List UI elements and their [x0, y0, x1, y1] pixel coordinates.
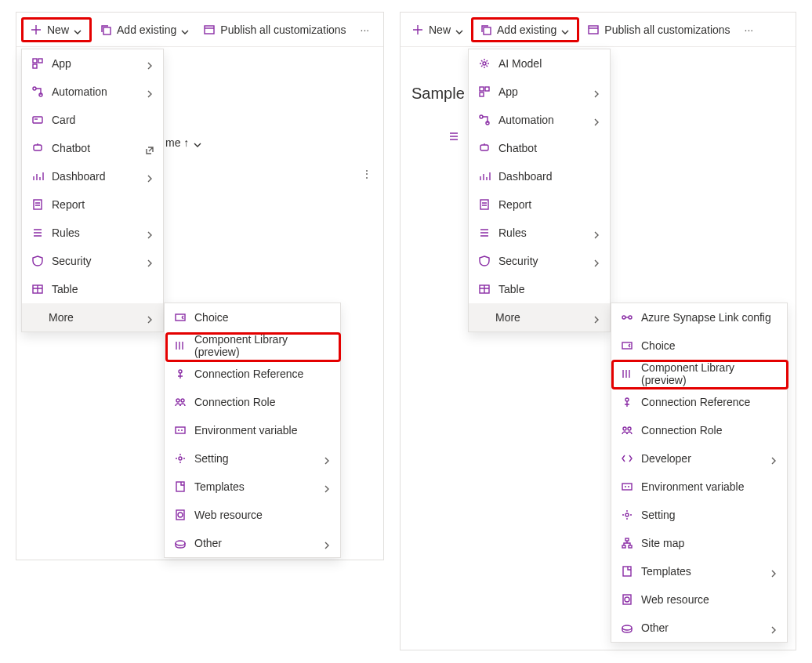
svg-rect-40 — [625, 538, 629, 541]
chevron-right-icon — [593, 257, 600, 265]
menu-item-label: Setting — [194, 452, 315, 465]
menu-item-other[interactable]: Other — [165, 529, 340, 557]
menu-item-label: Rules — [498, 226, 585, 239]
menu-item-label: Azure Synapse Link config — [641, 311, 778, 324]
menu-item-chatbot[interactable]: Chatbot — [22, 134, 163, 162]
menu-item-label: Developer — [641, 452, 762, 465]
menu-item-connref[interactable]: Connection Reference — [611, 388, 787, 416]
chevron-right-icon — [323, 539, 331, 547]
add-existing-button[interactable]: Add existing — [471, 17, 579, 42]
svg-rect-8 — [34, 145, 42, 150]
row-actions-button[interactable]: ⋮ — [361, 168, 372, 180]
svg-rect-30 — [480, 200, 488, 209]
menu-item-report[interactable]: Report — [469, 190, 610, 219]
svg-rect-38 — [622, 484, 632, 490]
setting-icon — [174, 452, 187, 465]
menu-item-more[interactable]: More — [22, 303, 163, 332]
table-icon — [478, 283, 491, 295]
right-panel: New Add existing Publish all customizati… — [400, 12, 796, 650]
menu-item-security[interactable]: Security — [469, 247, 610, 275]
add-existing-button[interactable]: Add existing — [93, 17, 195, 42]
menu-item-templates[interactable]: Templates — [165, 473, 340, 501]
plus-icon — [411, 24, 424, 36]
svg-point-19 — [178, 513, 183, 517]
menu-item-report[interactable]: Report — [22, 190, 163, 219]
menu-item-more[interactable]: More — [469, 303, 610, 332]
add-existing-icon — [480, 24, 492, 36]
publish-button[interactable]: Publish all customizations — [581, 17, 736, 42]
column-header-name[interactable]: me ↑ — [165, 136, 201, 149]
menu-item-label: Choice — [194, 311, 331, 324]
publish-button[interactable]: Publish all customizations — [197, 17, 352, 42]
publish-label: Publish all customizations — [220, 24, 346, 36]
menu-item-connrole[interactable]: Connection Role — [611, 416, 787, 444]
menu-item-label: Connection Role — [641, 424, 778, 437]
menu-item-rules[interactable]: Rules — [469, 219, 610, 247]
new-button[interactable]: New — [21, 17, 92, 42]
add-existing-menu: AI ModelAppAutomationChatbotDashboardRep… — [468, 49, 611, 332]
menu-item-label: Web resource — [641, 593, 778, 606]
new-more-submenu: ChoiceComponent Library (preview)Connect… — [164, 303, 341, 558]
menu-item-choice[interactable]: Choice — [165, 303, 340, 332]
chevron-right-icon — [593, 116, 600, 124]
svg-point-36 — [623, 427, 626, 430]
menu-item-automation[interactable]: Automation — [22, 78, 163, 106]
setting-icon — [621, 509, 633, 521]
menu-item-dashboard[interactable]: Dashboard — [22, 162, 163, 190]
menu-item-card[interactable]: Card — [22, 106, 163, 134]
svg-point-20 — [176, 541, 185, 545]
menu-item-rules[interactable]: Rules — [22, 219, 163, 247]
menu-item-label: Templates — [641, 565, 762, 578]
menu-item-developer[interactable]: Developer — [611, 444, 787, 473]
menu-item-label: Report — [498, 198, 600, 211]
menu-item-webres[interactable]: Web resource — [165, 501, 340, 529]
menu-item-table[interactable]: Table — [469, 275, 610, 303]
svg-point-32 — [622, 316, 625, 319]
svg-rect-11 — [176, 314, 185, 321]
svg-rect-42 — [629, 545, 632, 548]
overflow-button[interactable]: ··· — [354, 24, 376, 36]
add-existing-icon — [100, 24, 112, 36]
menu-item-component[interactable]: Component Library (preview) — [611, 360, 787, 388]
publish-label: Publish all customizations — [604, 24, 730, 36]
menu-item-app[interactable]: App — [469, 78, 610, 106]
sitemap-icon — [621, 537, 633, 549]
chevron-right-icon — [146, 60, 154, 67]
chevron-right-icon — [146, 172, 154, 180]
menu-item-synapse[interactable]: Azure Synapse Link config — [611, 303, 787, 332]
menu-item-choice[interactable]: Choice — [611, 332, 787, 360]
menu-item-envvar[interactable]: Environment variable — [611, 473, 787, 501]
menu-item-component[interactable]: Component Library (preview) — [165, 332, 340, 360]
menu-item-label: App — [52, 57, 138, 70]
menu-item-connref[interactable]: Connection Reference — [165, 360, 340, 388]
menu-item-table[interactable]: Table — [22, 275, 163, 303]
svg-point-37 — [628, 427, 631, 430]
command-bar: New Add existing Publish all customizati… — [16, 13, 383, 47]
menu-item-automation[interactable]: Automation — [469, 106, 610, 134]
svg-point-5 — [33, 87, 36, 90]
new-button[interactable]: New — [405, 17, 469, 42]
menu-item-aimodel[interactable]: AI Model — [469, 49, 610, 78]
menu-item-chatbot[interactable]: Chatbot — [469, 134, 610, 162]
menu-item-label: Component Library (preview) — [641, 361, 778, 386]
menu-item-setting[interactable]: Setting — [165, 444, 340, 473]
other-icon — [174, 537, 187, 549]
report-icon — [478, 198, 491, 211]
add-existing-more-submenu: Azure Synapse Link configChoiceComponent… — [611, 303, 788, 643]
menu-item-security[interactable]: Security — [22, 247, 163, 275]
svg-rect-24 — [480, 87, 484, 91]
menu-item-dashboard[interactable]: Dashboard — [469, 162, 610, 190]
chevron-right-icon — [146, 88, 154, 96]
menu-item-other[interactable]: Other — [611, 614, 787, 642]
chevron-down-icon — [194, 139, 201, 147]
menu-item-sitemap[interactable]: Site map — [611, 529, 787, 557]
menu-item-app[interactable]: App — [22, 49, 163, 78]
menu-item-webres[interactable]: Web resource — [611, 585, 787, 614]
connrole-icon — [174, 396, 187, 408]
svg-rect-9 — [34, 200, 42, 209]
menu-item-connrole[interactable]: Connection Role — [165, 388, 340, 416]
menu-item-envvar[interactable]: Environment variable — [165, 416, 340, 444]
menu-item-setting[interactable]: Setting — [611, 501, 787, 529]
menu-item-templates[interactable]: Templates — [611, 557, 787, 585]
overflow-button[interactable]: ··· — [738, 24, 760, 36]
